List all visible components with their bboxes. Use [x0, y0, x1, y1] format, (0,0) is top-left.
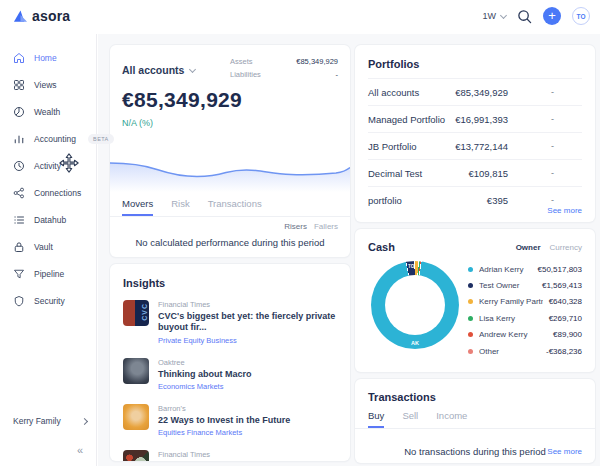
article-source: Financial Times: [158, 300, 337, 309]
legend-dot: [468, 332, 473, 337]
insight-article[interactable]: CVC Financial Times CVC's biggest bet ye…: [123, 300, 337, 345]
period-selector[interactable]: 1W: [483, 11, 507, 21]
sidebar-item-label: Activity: [34, 161, 61, 171]
sidebar-collapse-button[interactable]: «: [77, 444, 83, 456]
sidebar: Home Views Wealth Accounting BETA Activi…: [0, 34, 97, 466]
legend-value: €1,569,413: [542, 281, 582, 290]
sidebar-item-security[interactable]: Security: [0, 287, 96, 314]
chevron-down-icon: [189, 65, 196, 72]
datahub-list-icon: [13, 214, 25, 226]
insight-article[interactable]: Barron's 22 Ways to Invest in the Future…: [123, 404, 337, 437]
portfolio-row[interactable]: Managed Portfolio €16,991,393 -: [368, 105, 582, 132]
legend-row[interactable]: Kerry Family Partner... €640,328: [468, 294, 582, 310]
top-header: asora 1W + TO: [0, 0, 600, 34]
legend-name: Test Owner: [479, 281, 536, 290]
entity-selector[interactable]: Kerry Family: [13, 416, 87, 426]
owner-toggle[interactable]: Owner: [516, 243, 541, 252]
article-tags[interactable]: Economics Markets: [158, 382, 252, 391]
cash-card: Cash Owner Currency TO AK Adrian Kerry €…: [355, 229, 595, 372]
portfolio-change: -: [508, 114, 554, 124]
insights-card: Insights CVC Financial Times CVC's bigge…: [110, 264, 350, 461]
views-grid-icon: [13, 79, 25, 91]
portfolio-row[interactable]: All accounts €85,349,929 -: [368, 78, 582, 105]
portfolio-change: -: [508, 168, 554, 178]
legend-value: €50,517,803: [538, 265, 583, 274]
article-headline: Thinking about Macro: [158, 369, 252, 380]
transactions-see-more-link[interactable]: See more: [547, 447, 582, 456]
legend-value: €89,900: [553, 330, 582, 339]
total-value: €85,349,929: [122, 88, 338, 112]
sidebar-item-datahub[interactable]: Datahub: [0, 206, 96, 233]
sidebar-item-accounting[interactable]: Accounting BETA: [0, 125, 96, 152]
sidebar-item-wealth[interactable]: Wealth: [0, 98, 96, 125]
portfolio-row[interactable]: JB Portfolio €13,772,144 -: [368, 132, 582, 159]
entity-name: Kerry Family: [13, 416, 61, 426]
sidebar-item-label: Datahub: [34, 215, 66, 225]
legend-value: €269,710: [549, 314, 582, 323]
legend-row[interactable]: Lisa Kerry €269,710: [468, 310, 582, 326]
insight-article[interactable]: Financial Times UK stocks creep back int…: [123, 450, 337, 461]
period-value: 1W: [483, 11, 497, 21]
article-tags[interactable]: Private Equity Business: [158, 336, 337, 345]
risers-option[interactable]: Risers: [284, 222, 307, 231]
sidebar-item-home[interactable]: Home: [0, 44, 96, 71]
legend-name: Other: [479, 347, 540, 356]
sidebar-item-vault[interactable]: Vault: [0, 233, 96, 260]
add-button[interactable]: +: [543, 7, 561, 25]
tab-buy[interactable]: Buy: [368, 410, 384, 428]
search-icon[interactable]: [517, 9, 532, 24]
assets-label: Assets: [230, 57, 253, 66]
tab-income[interactable]: Income: [436, 410, 467, 428]
legend-row[interactable]: Test Owner €1,569,413: [468, 277, 582, 293]
portfolios-see-more-link[interactable]: See more: [547, 206, 582, 215]
sidebar-item-connections[interactable]: Connections: [0, 179, 96, 206]
cash-title: Cash: [368, 241, 395, 253]
currency-toggle[interactable]: Currency: [550, 243, 582, 252]
cash-legend: Adrian Kerry €50,517,803 Test Owner €1,5…: [468, 261, 582, 359]
sidebar-item-label: Vault: [34, 242, 53, 252]
overview-card: All accounts Assets €85,349,929 Liabilit…: [110, 45, 350, 257]
tab-transactions[interactable]: Transactions: [208, 198, 262, 216]
transactions-title: Transactions: [355, 391, 595, 410]
beta-badge: BETA: [88, 134, 114, 144]
article-tags[interactable]: Equities Finance Markets: [158, 428, 290, 437]
portfolio-change: -: [508, 195, 554, 205]
article-source: Barron's: [158, 404, 290, 413]
legend-name: Andrew Kerry: [479, 330, 547, 339]
thumbnail-text: CVC: [141, 303, 148, 321]
tab-sell[interactable]: Sell: [402, 410, 418, 428]
sidebar-item-label: Security: [34, 296, 65, 306]
tab-risk[interactable]: Risk: [171, 198, 189, 216]
tab-movers[interactable]: Movers: [122, 198, 153, 216]
fallers-option[interactable]: Fallers: [314, 222, 338, 231]
insight-article[interactable]: Oaktree Thinking about Macro Economics M…: [123, 358, 337, 391]
legend-row[interactable]: Andrew Kerry €89,900: [468, 327, 582, 343]
logo-text: asora: [32, 8, 70, 24]
performance-value: N/A (%): [122, 118, 338, 128]
sidebar-item-pipeline[interactable]: Pipeline: [0, 260, 96, 287]
cash-donut-hole: [385, 275, 445, 335]
assets-liabilities-table: Assets €85,349,929 Liabilities -: [230, 57, 338, 83]
portfolios-title: Portfolios: [355, 45, 595, 78]
sidebar-item-activity[interactable]: Activity: [0, 152, 96, 179]
sidebar-item-label: Home: [34, 53, 57, 63]
article-thumbnail: CVC: [123, 300, 149, 326]
user-avatar[interactable]: TO: [572, 7, 590, 25]
app-logo: asora: [13, 8, 70, 24]
overview-empty-message: No calculated performance during this pe…: [110, 237, 350, 248]
legend-row[interactable]: Adrian Kerry €50,517,803: [468, 261, 582, 277]
liabilities-value: -: [336, 70, 339, 79]
chevron-down-icon: [500, 11, 507, 18]
donut-slice-label: AK: [411, 340, 419, 346]
sidebar-item-views[interactable]: Views: [0, 71, 96, 98]
portfolio-row[interactable]: Decimal Test €109,815 -: [368, 159, 582, 186]
pipeline-funnel-icon: [13, 268, 25, 280]
account-selector[interactable]: All accounts: [122, 57, 195, 83]
portfolio-name: Decimal Test: [368, 168, 446, 179]
portfolio-value: €109,815: [446, 168, 508, 179]
sidebar-item-label: Wealth: [34, 107, 60, 117]
portfolio-value: €395: [446, 195, 508, 206]
risers-fallers-toggle: Risers Fallers: [284, 222, 338, 231]
article-headline: 22 Ways to Invest in the Future: [158, 415, 290, 426]
legend-row[interactable]: Other -€368,236: [468, 343, 582, 359]
